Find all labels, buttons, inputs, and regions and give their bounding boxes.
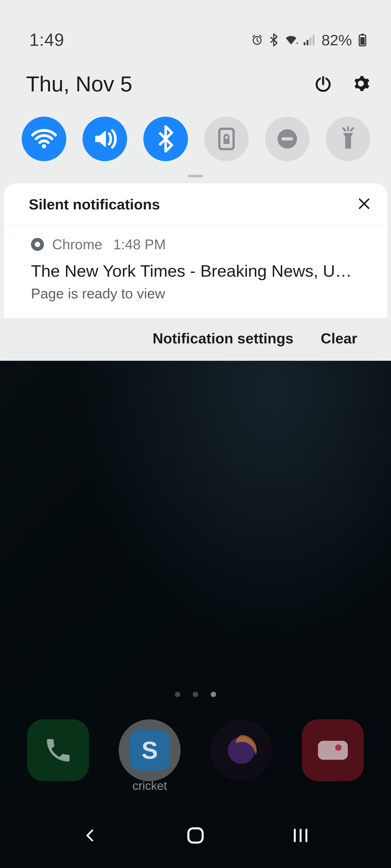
notification-subtitle: Page is ready to view xyxy=(31,285,362,302)
notification-item[interactable]: Chrome 1:48 PM The New York Times - Brea… xyxy=(4,225,387,318)
dock-app-firefox[interactable] xyxy=(211,719,272,781)
system-navbar xyxy=(0,814,391,857)
notification-app-name: Chrome xyxy=(52,236,102,252)
bluetooth-status-icon xyxy=(268,33,279,46)
camera-icon xyxy=(316,738,349,763)
qs-tile-bluetooth[interactable] xyxy=(143,117,188,161)
dock-app-skype[interactable]: S cricket xyxy=(119,719,180,781)
qs-tile-wifi[interactable] xyxy=(22,117,66,161)
wifi-icon xyxy=(31,129,57,149)
qs-tile-sound[interactable] xyxy=(83,117,127,161)
dock: S cricket xyxy=(0,719,391,781)
close-icon xyxy=(357,197,371,211)
dnd-icon xyxy=(276,127,299,151)
svg-rect-11 xyxy=(360,37,365,45)
dock-app-camera[interactable] xyxy=(302,719,364,781)
svg-text:+: + xyxy=(296,40,298,46)
bluetooth-icon xyxy=(157,125,174,152)
alarm-icon xyxy=(251,34,263,46)
rotation-lock-icon xyxy=(216,127,237,151)
phone-icon xyxy=(43,735,73,765)
battery-percent: 82% xyxy=(322,31,352,49)
svg-point-2 xyxy=(335,745,341,751)
status-icon-tray: + 82% xyxy=(251,31,367,49)
notification-shade[interactable]: 1:49 + 82% Thu, Nov 5 xyxy=(0,0,391,361)
notification-footer: Notification settings Clear xyxy=(4,318,387,361)
svg-rect-12 xyxy=(361,34,364,35)
qs-tile-rotation-lock[interactable] xyxy=(204,117,249,161)
svg-rect-7 xyxy=(307,40,308,45)
chrome-icon xyxy=(31,238,44,251)
back-button[interactable] xyxy=(74,825,107,846)
dock-app-phone[interactable] xyxy=(27,719,89,781)
settings-button[interactable] xyxy=(352,74,370,94)
wifi-status-icon: + xyxy=(284,34,298,46)
status-time: 1:49 xyxy=(29,30,64,50)
qs-tile-flashlight[interactable] xyxy=(326,117,370,161)
notification-settings-button[interactable]: Notification settings xyxy=(152,330,294,347)
silent-notifications-title: Silent notifications xyxy=(29,196,160,213)
dismiss-silent-button[interactable] xyxy=(357,197,371,212)
flashlight-icon xyxy=(338,125,358,152)
gear-icon xyxy=(352,74,370,93)
svg-point-15 xyxy=(42,144,46,148)
svg-rect-17 xyxy=(223,139,230,144)
power-button[interactable] xyxy=(313,74,333,94)
signal-icon xyxy=(303,34,315,46)
notification-title: The New York Times - Breaking News, US N… xyxy=(31,261,362,280)
recents-button[interactable] xyxy=(284,825,317,846)
page-indicator xyxy=(0,692,391,697)
shade-header: Thu, Nov 5 xyxy=(0,61,391,107)
svg-rect-1 xyxy=(318,741,348,760)
home-button[interactable] xyxy=(179,825,212,846)
battery-icon xyxy=(358,33,367,46)
status-bar: 1:49 + 82% xyxy=(0,0,391,61)
svg-rect-8 xyxy=(310,37,311,45)
sound-icon xyxy=(92,127,118,151)
svg-rect-9 xyxy=(312,35,314,45)
notification-time: 1:48 PM xyxy=(113,236,166,252)
shade-date[interactable]: Thu, Nov 5 xyxy=(26,72,132,97)
firefox-icon xyxy=(221,730,262,771)
silent-notifications-card: Silent notifications Chrome 1:48 PM The … xyxy=(4,183,387,318)
svg-rect-6 xyxy=(304,42,305,45)
svg-rect-19 xyxy=(282,137,293,140)
power-icon xyxy=(313,74,333,93)
svg-rect-3 xyxy=(189,828,203,843)
skype-icon: S xyxy=(129,730,170,771)
shade-drag-handle[interactable] xyxy=(188,175,203,177)
qs-tile-dnd[interactable] xyxy=(265,117,310,161)
clear-button[interactable]: Clear xyxy=(321,330,357,347)
dock-app-label: cricket xyxy=(133,779,167,793)
quick-settings-row[interactable] xyxy=(0,107,391,172)
